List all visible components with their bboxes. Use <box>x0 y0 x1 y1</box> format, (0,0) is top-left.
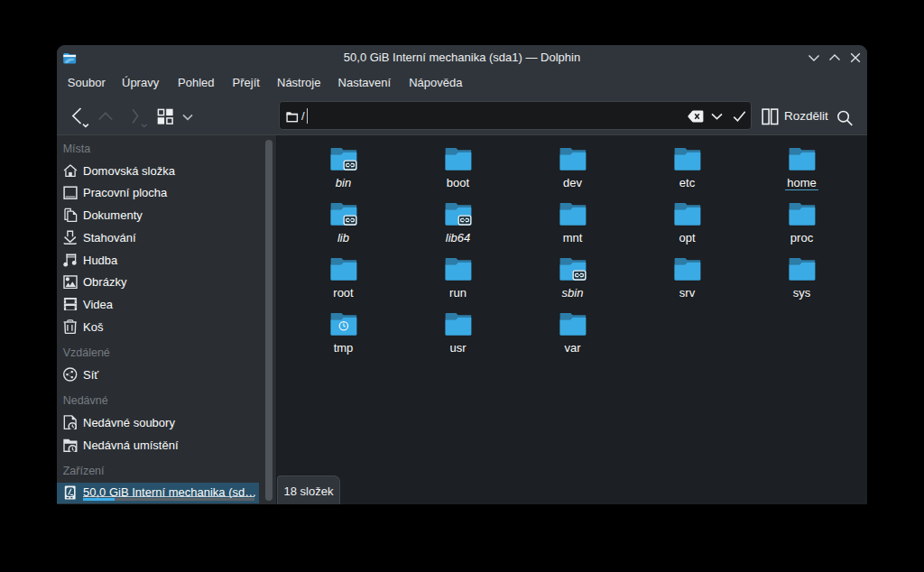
folder-item[interactable]: lib <box>290 201 398 244</box>
folder-item[interactable]: lib64 <box>404 201 513 244</box>
toolbar: / Rozdělit <box>57 95 867 134</box>
sidebar-item-label: Videa <box>83 293 113 316</box>
menu-nastroje[interactable]: Nástroje <box>277 69 320 95</box>
folder-item[interactable]: var <box>519 311 627 355</box>
capacity-bar <box>83 498 254 501</box>
desktop-icon <box>63 185 78 199</box>
music-note-icon <box>63 253 78 267</box>
view-split-icon <box>762 108 779 125</box>
folder-icon <box>673 146 702 175</box>
menu-napoveda[interactable]: Nápověda <box>409 69 462 95</box>
folder-item-label: mnt <box>519 231 627 244</box>
folder-item[interactable]: boot <box>404 146 513 189</box>
network-icon <box>63 367 78 382</box>
forward-button[interactable] <box>130 106 152 128</box>
menu-prejit[interactable]: Přejít <box>233 69 260 95</box>
folder-icon <box>444 146 473 175</box>
chevron-down-icon[interactable] <box>711 113 723 120</box>
desktop-icon <box>63 185 78 199</box>
folder-icon <box>444 311 473 340</box>
sidebar-item-label: Obrázky <box>83 271 126 293</box>
menu-soubor[interactable]: Soubor <box>68 69 106 95</box>
folder-item-label: root <box>290 286 398 300</box>
menu-pohled[interactable]: Pohled <box>178 69 214 95</box>
folder-icon <box>559 146 587 175</box>
sidebar-item[interactable]: 50,0 GiB Interní mechanika (sd… <box>57 483 259 503</box>
location-path[interactable]: / <box>301 102 305 130</box>
view-mode-dropdown-chevron-icon[interactable] <box>182 114 193 121</box>
sidebar-item[interactable]: Domovská složka <box>57 160 259 182</box>
folder-icon <box>788 146 817 175</box>
sidebar-item[interactable]: Videa <box>57 293 259 316</box>
folder-item-label: lib <box>290 231 398 244</box>
folder-item[interactable]: tmp <box>290 311 398 355</box>
location-bar[interactable]: / <box>279 101 752 130</box>
hard-drive-icon <box>63 485 78 500</box>
sidebar-item[interactable]: Síť <box>57 364 259 386</box>
sidebar-item[interactable]: Obrázky <box>57 271 259 293</box>
sidebar-item-label: Síť <box>83 364 98 386</box>
sidebar-item-label: Stahování <box>83 226 136 249</box>
sidebar-item-label: Koš <box>83 316 103 338</box>
folder-item-label: sbin <box>519 286 627 300</box>
folder-item[interactable]: root <box>290 256 398 300</box>
image-icon <box>63 274 78 289</box>
folder-item[interactable]: dev <box>519 146 627 189</box>
folder-item[interactable]: sys <box>748 256 856 300</box>
folder-view[interactable]: binbootdevetchomeliblib64mntoptprocrootr… <box>276 135 867 504</box>
checkmark-icon[interactable] <box>733 110 746 123</box>
menu-upravy[interactable]: Úpravy <box>122 69 159 95</box>
capacity-bar-fill <box>83 498 115 501</box>
places-panel: MístaDomovská složkaPracovní plochaDokum… <box>57 135 276 504</box>
folder-item[interactable]: usr <box>404 311 513 355</box>
folder-item-label: opt <box>633 231 742 244</box>
sidebar-item-label: Dokumenty <box>83 204 143 226</box>
sidebar-item[interactable]: Hudba <box>57 249 259 272</box>
window-title: 50,0 GiB Interní mechanika (sda1) — Dolp… <box>57 45 867 69</box>
places-scrollbar[interactable] <box>265 140 273 501</box>
folder-item[interactable]: opt <box>633 201 742 244</box>
folder-item[interactable]: etc <box>633 146 742 189</box>
folder-item[interactable]: mnt <box>519 201 627 244</box>
folder-symlink-icon <box>329 146 358 175</box>
view-mode-button[interactable] <box>157 108 173 125</box>
download-icon <box>63 230 78 244</box>
up-button[interactable] <box>98 110 116 123</box>
folder-icon <box>673 256 702 285</box>
folder-item[interactable]: sbin <box>519 256 627 300</box>
folder-item-label: boot <box>404 176 513 189</box>
folder-symlink-icon <box>444 201 473 230</box>
music-note-icon <box>63 253 78 267</box>
documents-icon <box>63 208 78 222</box>
titlebar[interactable]: 50,0 GiB Interní mechanika (sda1) — Dolp… <box>57 45 867 69</box>
folder-item[interactable]: proc <box>748 201 856 244</box>
minimize-button[interactable] <box>808 51 820 64</box>
folder-icon <box>329 256 358 285</box>
recent-document-icon <box>63 415 78 429</box>
folder-item[interactable]: home <box>748 146 856 189</box>
folder-item[interactable]: run <box>404 256 513 300</box>
network-icon <box>63 367 78 382</box>
documents-icon <box>63 208 78 222</box>
trash-icon <box>63 319 78 334</box>
folder-item-label: usr <box>404 341 513 355</box>
sidebar-item[interactable]: Pracovní plocha <box>57 181 259 204</box>
sidebar-item[interactable]: Dokumenty <box>57 204 259 226</box>
sidebar-item[interactable]: Nedávná umístění <box>57 434 259 457</box>
sidebar-item[interactable]: Koš <box>57 316 259 338</box>
sidebar-item[interactable]: Nedávné soubory <box>57 411 259 434</box>
close-button[interactable] <box>849 51 862 64</box>
backspace-clear-icon[interactable] <box>688 110 704 123</box>
folder-icon <box>559 201 587 230</box>
focus-underline <box>83 496 254 497</box>
split-view-label: Rozdělit <box>784 101 828 130</box>
menu-nastaveni[interactable]: Nastavení <box>338 69 392 95</box>
maximize-button[interactable] <box>828 51 841 64</box>
sidebar-item[interactable]: Stahování <box>57 226 259 249</box>
folder-item[interactable]: srv <box>633 256 742 300</box>
folder-item[interactable]: bin <box>290 146 398 189</box>
folder-item-label: lib64 <box>404 231 513 244</box>
hard-drive-icon <box>63 485 78 500</box>
search-magnifier-icon[interactable] <box>836 110 855 128</box>
back-button[interactable] <box>69 106 91 128</box>
